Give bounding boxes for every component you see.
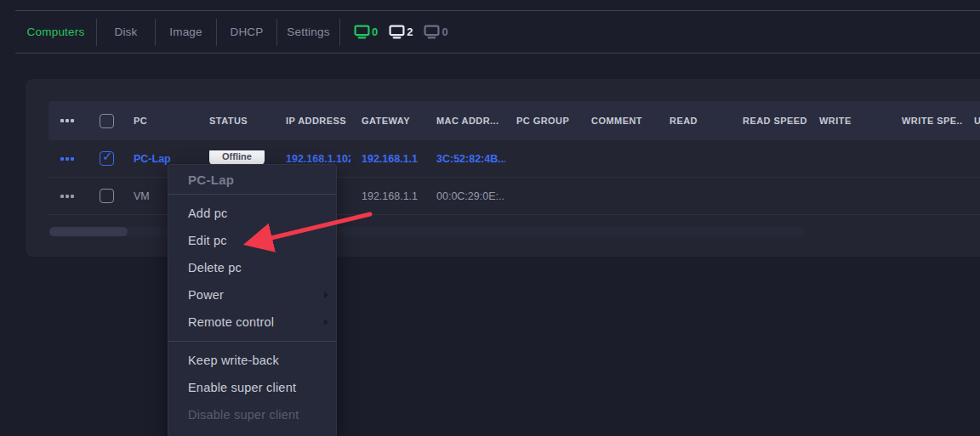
menu-item-add-pc[interactable]: Add pc [168,200,336,227]
online-counter: 0 [354,25,378,39]
total-counter: 2 [389,25,413,39]
monitor-online-icon [354,25,370,39]
col-write[interactable]: WRITE [808,116,891,126]
submenu-arrow-icon [324,292,328,298]
col-comment[interactable]: COMMENT [580,116,658,126]
col-mac-address[interactable]: MAC ADDR... [425,116,505,126]
cell-pc-name[interactable]: PC-Lap [122,153,198,165]
menu-item-keep-write-back[interactable]: Keep write-back [168,347,336,374]
menu-item-edit-pc[interactable]: Edit pc [168,227,336,254]
col-gateway[interactable]: GATEWAY [350,116,425,126]
row-actions-icon[interactable] [60,157,87,161]
nav-divider [339,19,340,46]
menu-item-disable-super-client: Disable super client [168,401,336,428]
col-pc-group[interactable]: PC GROUP [505,116,580,126]
offline-counter: 0 [424,25,447,39]
row-actions-icon[interactable] [60,195,87,198]
col-pc[interactable]: PC [122,116,198,126]
col-ip-address[interactable]: IP ADDRESS [275,116,350,126]
row-checkbox[interactable] [100,151,114,166]
table-header-row: PC STATUS IP ADDRESS GATEWAY MAC ADDR...… [48,101,980,140]
submenu-arrow-icon [324,319,328,326]
offline-count: 0 [442,25,447,38]
pc-context-menu: PC-Lap Add pc Edit pc Delete pc Power Re… [168,164,337,436]
cell-mac: 3C:52:82:4B... [425,153,505,165]
col-status[interactable]: STATUS [198,116,275,126]
menu-item-power[interactable]: Power [168,281,336,309]
tab-computers[interactable]: Computers [15,11,96,53]
row-checkbox[interactable] [100,189,114,203]
context-menu-title: PC-Lap [168,165,336,194]
cell-ip: 192.168.1.102 [275,153,350,165]
monitor-offline-icon [424,25,440,39]
monitor-total-icon [389,25,405,39]
cell-gateway: 192.168.1.1 [350,190,425,202]
tab-dhcp[interactable]: DHCP [217,11,276,53]
col-read[interactable]: READ [658,116,732,126]
cell-mac: 00:0C:29:0E:... [425,190,505,202]
cell-gateway: 192.168.1.1 [350,153,425,165]
menu-item-remote-control[interactable]: Remote control [168,309,336,336]
col-read-speed[interactable]: READ SPEED [732,116,808,126]
menu-item-delete-pc[interactable]: Delete pc [168,254,336,281]
nav-bottom-border [15,53,980,54]
online-count: 0 [372,25,378,38]
top-navigation: Computers Disk Image DHCP Settings 0 2 [15,11,980,53]
tab-disk[interactable]: Disk [97,11,155,53]
total-count: 2 [407,25,413,38]
menu-item-enable-super-client[interactable]: Enable super client [168,374,336,401]
status-badge: Offline [209,150,265,165]
column-options-icon[interactable] [60,119,87,122]
horizontal-scrollbar-track[interactable] [49,227,806,236]
tab-settings[interactable]: Settings [277,11,339,53]
tab-image[interactable]: Image [156,11,216,53]
col-write-speed[interactable]: WRITE SPE... [891,116,963,126]
select-all-checkbox[interactable] [100,114,114,128]
pc-status-counters: 0 2 0 [354,25,448,39]
horizontal-scrollbar-thumb[interactable] [49,227,128,236]
col-upload[interactable]: U... [963,116,980,126]
